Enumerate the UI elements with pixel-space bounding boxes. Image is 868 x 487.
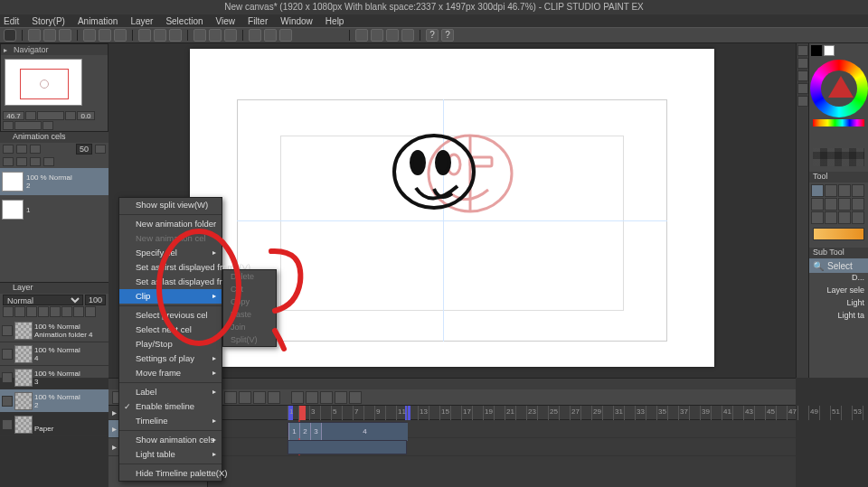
tool-icon[interactable] xyxy=(852,198,864,211)
cel-btn3-icon[interactable] xyxy=(30,157,41,166)
navigator-thumbnail[interactable] xyxy=(5,59,82,106)
menu-window[interactable]: Window xyxy=(280,16,313,26)
zoom-value[interactable]: 46.7 xyxy=(3,111,24,120)
visibility-icon[interactable] xyxy=(2,419,13,430)
onion-opacity[interactable]: 50 xyxy=(76,144,92,155)
tool-icon[interactable] xyxy=(838,211,851,224)
timeline-ruler[interactable]: 1357911131517192123252729313335373941434… xyxy=(208,406,796,420)
tool2-icon[interactable] xyxy=(264,29,277,42)
rotate-slider[interactable] xyxy=(14,121,42,130)
tool-icon[interactable] xyxy=(825,184,837,197)
flip-icon[interactable] xyxy=(224,29,237,42)
strip-icon[interactable] xyxy=(797,45,808,56)
paste-icon[interactable] xyxy=(169,29,182,42)
tool-icon[interactable] xyxy=(825,211,837,224)
layer-item[interactable]: 100 % Normal3 xyxy=(0,366,108,389)
tl-opt-icon[interactable] xyxy=(335,391,347,404)
clip-studio-icon[interactable] xyxy=(4,29,16,42)
strip-icon[interactable] xyxy=(797,70,808,81)
menu-item[interactable]: Specify cel xyxy=(119,246,222,260)
cel-item[interactable]: 100 % Normal 2 xyxy=(0,168,108,195)
rotate-left-icon[interactable] xyxy=(3,121,14,130)
menu-item[interactable]: Show split view(W) xyxy=(119,198,222,212)
save-icon[interactable] xyxy=(59,29,71,42)
prop-row[interactable]: Light xyxy=(809,298,868,311)
cel-btn4-icon[interactable] xyxy=(43,157,54,166)
layer-item[interactable]: 100 % Normal4 xyxy=(0,342,108,366)
new-icon[interactable] xyxy=(28,29,41,42)
layer-btn-icon[interactable] xyxy=(50,306,61,317)
tool-icon[interactable] xyxy=(838,184,851,197)
tool-icon[interactable] xyxy=(852,184,864,197)
layer-item[interactable]: 100 % Normal2 xyxy=(0,389,108,413)
menu-help[interactable]: Help xyxy=(326,16,344,26)
menu-item[interactable]: Select next cel xyxy=(119,323,222,337)
rotate-icon[interactable] xyxy=(209,29,222,42)
menu-animation[interactable]: Animation xyxy=(78,16,118,26)
onion2-icon[interactable] xyxy=(16,145,27,154)
timeline-track[interactable]: 1 2 3 4 xyxy=(208,420,796,438)
menu-item[interactable]: Hide Timeline palette(X) xyxy=(119,466,222,481)
last-frame-icon[interactable] xyxy=(253,391,266,404)
guide-icon[interactable] xyxy=(401,29,414,42)
loop-icon[interactable] xyxy=(268,391,280,404)
menu-item[interactable]: Set as first displayed frame(V) xyxy=(119,260,222,275)
menu-layer[interactable]: Layer xyxy=(130,16,153,26)
tool-icon[interactable] xyxy=(811,184,824,197)
prop-row[interactable]: D... xyxy=(809,273,868,286)
clip-segment[interactable]: 1 2 3 4 xyxy=(288,422,407,436)
undo-icon[interactable] xyxy=(83,29,96,42)
fg-color[interactable] xyxy=(811,45,822,56)
grid-icon[interactable] xyxy=(371,29,383,42)
tool-icon[interactable] xyxy=(811,211,824,224)
bg-color[interactable] xyxy=(824,45,835,56)
prop-row[interactable]: Light ta xyxy=(809,311,868,323)
prop-row[interactable]: Layer sele xyxy=(809,286,868,298)
menu-item[interactable]: Settings of play xyxy=(119,351,222,366)
zoom-out-icon[interactable] xyxy=(25,111,36,120)
menu-item[interactable]: Label xyxy=(119,385,222,399)
snap-icon[interactable] xyxy=(355,29,368,42)
tool1-icon[interactable] xyxy=(249,29,261,42)
visibility-icon[interactable] xyxy=(2,325,13,336)
visibility-icon[interactable] xyxy=(2,372,13,383)
menu-item[interactable]: Select previous cel xyxy=(119,308,222,323)
menu-filter[interactable]: Filter xyxy=(248,16,268,26)
menu-item[interactable]: Show animation cels xyxy=(119,433,222,447)
layer-btn-icon[interactable] xyxy=(85,306,96,317)
tl-opt-icon[interactable] xyxy=(349,391,362,404)
menu-item[interactable]: Move frame xyxy=(119,366,222,380)
open-icon[interactable] xyxy=(43,29,56,42)
subtool-item[interactable]: 🔍 Select xyxy=(809,258,868,273)
menu-item[interactable]: Play/Stop xyxy=(119,337,222,351)
layer-btn-icon[interactable] xyxy=(61,306,72,317)
visibility-icon[interactable] xyxy=(2,349,13,360)
zoom-in-icon[interactable] xyxy=(65,111,76,120)
opacity-stepper[interactable] xyxy=(95,145,106,154)
timeline-track[interactable] xyxy=(208,438,796,456)
layer-item[interactable]: Paper xyxy=(0,413,108,436)
menu-item[interactable]: Light table xyxy=(119,447,222,462)
redo-icon[interactable] xyxy=(99,29,111,42)
brush-preview[interactable] xyxy=(813,228,864,240)
strip-icon[interactable] xyxy=(797,58,808,69)
about-icon[interactable]: ? xyxy=(441,29,454,42)
visibility-icon[interactable] xyxy=(2,396,13,407)
zoom-icon[interactable] xyxy=(193,29,206,42)
menu-item[interactable]: New animation folder xyxy=(119,217,222,231)
tool-icon[interactable] xyxy=(852,211,864,224)
help-icon[interactable]: ? xyxy=(426,29,439,42)
onion3-icon[interactable] xyxy=(30,145,41,154)
clip-segment[interactable] xyxy=(288,440,407,454)
onion-icon[interactable] xyxy=(3,145,14,154)
strip-icon[interactable] xyxy=(797,96,808,107)
rotate-right-icon[interactable] xyxy=(42,121,53,130)
menu-item[interactable]: Timeline xyxy=(119,414,222,428)
color-palette[interactable] xyxy=(813,148,864,166)
angle-value[interactable]: 0.0 xyxy=(77,111,95,120)
tl-opt-icon[interactable] xyxy=(306,391,318,404)
menu-story[interactable]: Story(P) xyxy=(32,16,65,26)
tool3-icon[interactable] xyxy=(279,29,292,42)
ruler-icon[interactable] xyxy=(386,29,399,42)
color-wheel[interactable] xyxy=(809,60,868,146)
